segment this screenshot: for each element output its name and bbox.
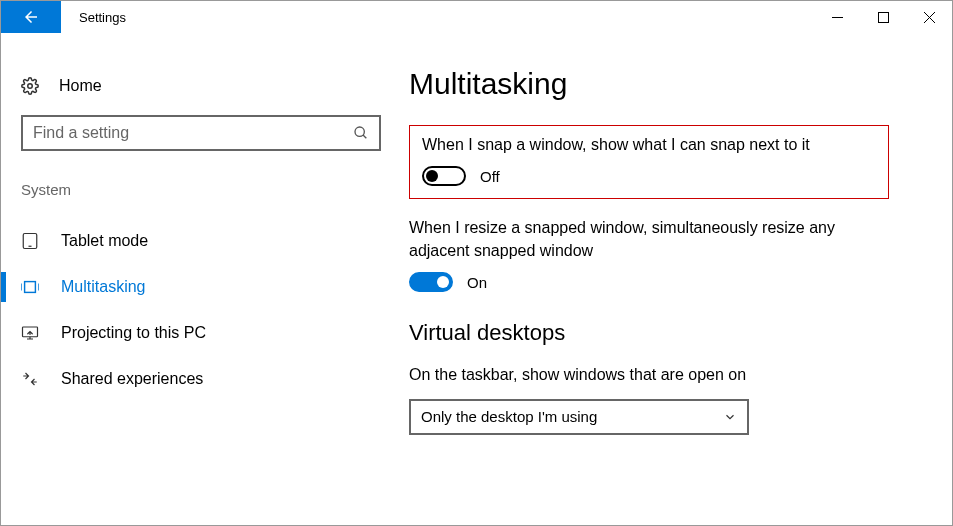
sidebar-item-shared-experiences[interactable]: Shared experiences	[1, 356, 401, 402]
home-button[interactable]: Home	[1, 73, 401, 95]
content: Multitasking When I snap a window, show …	[401, 33, 952, 525]
svg-rect-1	[878, 12, 888, 22]
page-title: Multitasking	[409, 67, 912, 101]
window-title: Settings	[61, 1, 814, 33]
svg-rect-9	[25, 282, 36, 293]
section-label: System	[1, 181, 401, 198]
sidebar-item-label: Tablet mode	[61, 232, 148, 250]
toggle-state: Off	[480, 168, 500, 185]
subheading-virtual-desktops: Virtual desktops	[409, 320, 912, 346]
svg-point-5	[355, 127, 364, 136]
sidebar: Home System Tablet mode Multitasking	[1, 33, 401, 525]
shared-icon	[21, 370, 39, 388]
svg-line-6	[363, 135, 366, 138]
minimize-button[interactable]	[814, 1, 860, 33]
toggle-row: Off	[422, 166, 876, 186]
dropdown-taskbar-windows[interactable]: Only the desktop I'm using	[409, 399, 749, 435]
tablet-icon	[21, 232, 39, 250]
maximize-button[interactable]	[860, 1, 906, 33]
toggle-state: On	[467, 274, 487, 291]
close-button[interactable]	[906, 1, 952, 33]
titlebar: Settings	[1, 1, 952, 33]
minimize-icon	[832, 12, 843, 23]
chevron-down-icon	[723, 410, 737, 424]
sidebar-item-multitasking[interactable]: Multitasking	[1, 264, 401, 310]
multitasking-icon	[21, 278, 39, 296]
setting-label-taskbar: On the taskbar, show windows that are op…	[409, 364, 912, 386]
toggle-snap-assist[interactable]	[422, 166, 466, 186]
setting-snap-assist: When I snap a window, show what I can sn…	[409, 125, 889, 199]
setting-label: When I snap a window, show what I can sn…	[422, 134, 876, 156]
search-icon	[353, 125, 369, 141]
search-box[interactable]	[21, 115, 381, 151]
window-controls	[814, 1, 952, 33]
toggle-knob	[437, 276, 449, 288]
maximize-icon	[878, 12, 889, 23]
back-button[interactable]	[1, 1, 61, 33]
projecting-icon	[21, 324, 39, 342]
toggle-row: On	[409, 272, 889, 292]
search-input[interactable]	[33, 124, 353, 142]
home-label: Home	[59, 77, 102, 95]
sidebar-item-label: Multitasking	[61, 278, 145, 296]
setting-label: When I resize a snapped window, simultan…	[409, 217, 889, 262]
sidebar-item-label: Projecting to this PC	[61, 324, 206, 342]
setting-resize-adjacent: When I resize a snapped window, simultan…	[409, 217, 889, 292]
main: Home System Tablet mode Multitasking	[1, 33, 952, 525]
gear-icon	[21, 77, 39, 95]
close-icon	[924, 12, 935, 23]
sidebar-item-label: Shared experiences	[61, 370, 203, 388]
arrow-left-icon	[22, 8, 40, 26]
svg-point-4	[28, 84, 33, 89]
toggle-resize-adjacent[interactable]	[409, 272, 453, 292]
toggle-knob	[426, 170, 438, 182]
sidebar-item-tablet-mode[interactable]: Tablet mode	[1, 218, 401, 264]
dropdown-value: Only the desktop I'm using	[421, 408, 597, 425]
sidebar-item-projecting[interactable]: Projecting to this PC	[1, 310, 401, 356]
